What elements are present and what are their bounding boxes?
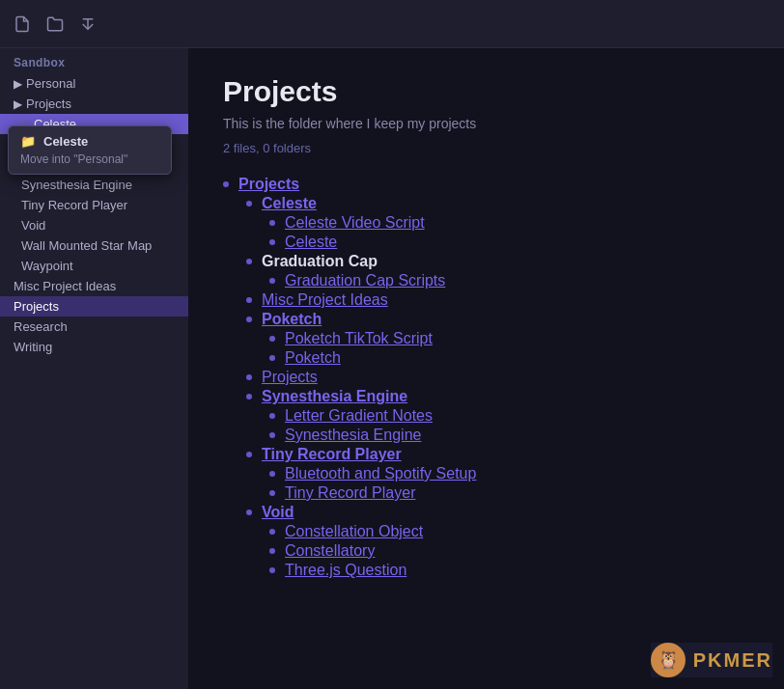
tree-link-synesthesia[interactable]: Synesthesia Engine <box>262 388 407 405</box>
tree-link-celeste-file[interactable]: Celeste <box>285 234 337 251</box>
bullet-dot <box>223 181 229 187</box>
bullet-dot <box>269 413 275 419</box>
bullet-dot <box>246 317 252 322</box>
tree-link-letter-gradient[interactable]: Letter Gradient Notes <box>285 407 433 425</box>
tree-children-celeste: Celeste Video Script Celeste <box>246 213 749 252</box>
bullet-dot <box>269 355 275 361</box>
bullet-dot <box>269 220 275 226</box>
tree-item-graduation-cap: Graduation Cap <box>246 252 749 271</box>
tree-item-projects: Projects <box>223 175 749 194</box>
page-description: This is the folder where I keep my proje… <box>223 116 749 131</box>
pkmer-branding: 🦉 PKMER <box>651 643 772 677</box>
file-tree: Projects Celeste Celes <box>223 175 749 580</box>
tree-item-threejs: Three.js Question <box>269 561 749 580</box>
tree-link-synesthesia-file[interactable]: Synesthesia Engine <box>285 427 421 444</box>
tree-link-bluetooth[interactable]: Bluetooth and Spotify Setup <box>285 465 476 482</box>
tree-item-projects-file: Projects <box>246 368 749 387</box>
tree-item-celeste-video-script: Celeste Video Script <box>269 213 749 233</box>
tree-item-constellation-object: Constellation Object <box>269 522 749 541</box>
tree-item-synesthesia-file: Synesthesia Engine <box>269 426 749 445</box>
bullet-dot <box>246 374 252 380</box>
new-file-icon[interactable] <box>12 14 33 35</box>
bullet-dot <box>269 548 275 554</box>
bullet-dot <box>246 297 252 303</box>
context-popup: 📁 Celeste Move into "Personal" <box>8 125 172 175</box>
sidebar-item-tiny-record-player[interactable]: Tiny Record Player <box>0 195 188 215</box>
tree-item-tiny-record-player: Tiny Record Player <box>246 445 749 464</box>
tree-children-projects: Celeste Celeste Video Script <box>223 194 749 580</box>
file-count: 2 files, 0 folders <box>223 141 749 155</box>
tree-item-graduation-cap-scripts: Graduation Cap Scripts <box>269 271 749 290</box>
bullet-dot <box>269 529 275 535</box>
bullet-dot <box>269 567 275 573</box>
sidebar: Sandbox ▶ Personal ▶ Projects ▶ Celeste … <box>0 48 188 689</box>
tree-item-celeste-file: Celeste <box>269 233 749 252</box>
tree-link-constellatory[interactable]: Constellatory <box>285 542 375 560</box>
tree-children-synesthesia: Letter Gradient Notes Synesthesia Engine <box>246 406 749 445</box>
pkmer-text: PKMER <box>693 649 772 672</box>
tree-link-void[interactable]: Void <box>262 504 294 521</box>
bullet-dot <box>246 452 252 457</box>
tree-link-misc-project-ideas[interactable]: Misc Project Ideas <box>262 291 388 309</box>
tree-item-bluetooth: Bluetooth and Spotify Setup <box>269 464 749 483</box>
chevron-icon: ▶ <box>14 77 22 91</box>
chevron-icon: ▶ <box>14 97 22 111</box>
sidebar-item-synesthesia-engine[interactable]: Synesthesia Engine <box>0 175 188 195</box>
tree-item-synesthesia: Synesthesia Engine <box>246 387 749 406</box>
sidebar-item-personal[interactable]: ▶ Personal <box>0 73 188 94</box>
popup-action[interactable]: Move into "Personal" <box>20 152 159 166</box>
tree-link-projects-file[interactable]: Projects <box>262 369 318 386</box>
sidebar-item-wall-mounted-star-map[interactable]: Wall Mounted Star Map <box>0 235 188 256</box>
new-folder-icon[interactable] <box>44 14 66 35</box>
tree-link-threejs[interactable]: Three.js Question <box>285 562 406 579</box>
main-content: Projects This is the folder where I keep… <box>188 48 784 689</box>
tree-item-poketch: Poketch <box>246 310 749 329</box>
tree-item-tiny-record-file: Tiny Record Player <box>269 483 749 503</box>
bullet-dot <box>246 201 252 207</box>
sidebar-item-projects-active[interactable]: Projects <box>0 296 188 317</box>
tree-link-tiny-record-file[interactable]: Tiny Record Player <box>285 484 415 502</box>
bullet-dot <box>269 432 275 438</box>
sidebar-item-waypoint[interactable]: Waypoint <box>0 256 188 276</box>
tree-link-poketch-tiktok[interactable]: Poketch TikTok Script <box>285 330 433 347</box>
popup-title: 📁 Celeste <box>20 134 159 149</box>
tree-item-celeste: Celeste <box>246 194 749 213</box>
sandbox-label: Sandbox <box>0 48 188 73</box>
tree-link-celeste-video-script[interactable]: Celeste Video Script <box>285 214 425 232</box>
tree-link-constellation-object[interactable]: Constellation Object <box>285 523 423 540</box>
bullet-dot <box>269 239 275 245</box>
tree-folder-graduation-cap: Graduation Cap <box>262 253 378 270</box>
tree-children-poketch: Poketch TikTok Script Poketch <box>246 329 749 368</box>
tree-item-constellatory: Constellatory <box>269 541 749 561</box>
bullet-dot <box>269 336 275 342</box>
tree-item-letter-gradient: Letter Gradient Notes <box>269 406 749 426</box>
tree-link-celeste[interactable]: Celeste <box>262 195 317 212</box>
sidebar-item-research[interactable]: Research <box>0 317 188 337</box>
tree-item-void: Void <box>246 503 749 522</box>
tree-children-tiny-record-player: Bluetooth and Spotify Setup Tiny Record … <box>246 464 749 503</box>
sort-icon[interactable] <box>77 14 98 35</box>
bullet-dot <box>269 471 275 477</box>
tree-item-poketch-tiktok: Poketch TikTok Script <box>269 329 749 348</box>
main-layout: Sandbox ▶ Personal ▶ Projects ▶ Celeste … <box>0 48 784 689</box>
sidebar-item-misc-project-ideas[interactable]: Misc Project Ideas <box>0 276 188 296</box>
tree-children-void: Constellation Object Constellatory <box>246 522 749 580</box>
tree-link-projects[interactable]: Projects <box>238 176 299 193</box>
bullet-dot <box>246 394 252 400</box>
tree-item-misc-project-ideas: Misc Project Ideas <box>246 290 749 310</box>
bullet-dot <box>246 259 252 264</box>
tree-children-graduation-cap: Graduation Cap Scripts <box>246 271 749 290</box>
tree-link-poketch[interactable]: Poketch <box>262 311 322 328</box>
sidebar-item-projects-top[interactable]: ▶ Projects <box>0 94 188 114</box>
bullet-dot <box>269 278 275 284</box>
tree-link-tiny-record-player[interactable]: Tiny Record Player <box>262 446 402 463</box>
tree-item-poketch-file: Poketch <box>269 348 749 368</box>
pkmer-logo-icon: 🦉 <box>658 649 679 671</box>
bullet-dot <box>269 490 275 496</box>
folder-icon: 📁 <box>20 134 36 149</box>
sidebar-item-writing[interactable]: Writing <box>0 337 188 357</box>
pkmer-logo: 🦉 <box>651 643 686 677</box>
tree-link-poketch-file[interactable]: Poketch <box>285 349 341 367</box>
tree-link-graduation-cap-scripts[interactable]: Graduation Cap Scripts <box>285 272 445 289</box>
sidebar-item-void[interactable]: Void <box>0 215 188 235</box>
